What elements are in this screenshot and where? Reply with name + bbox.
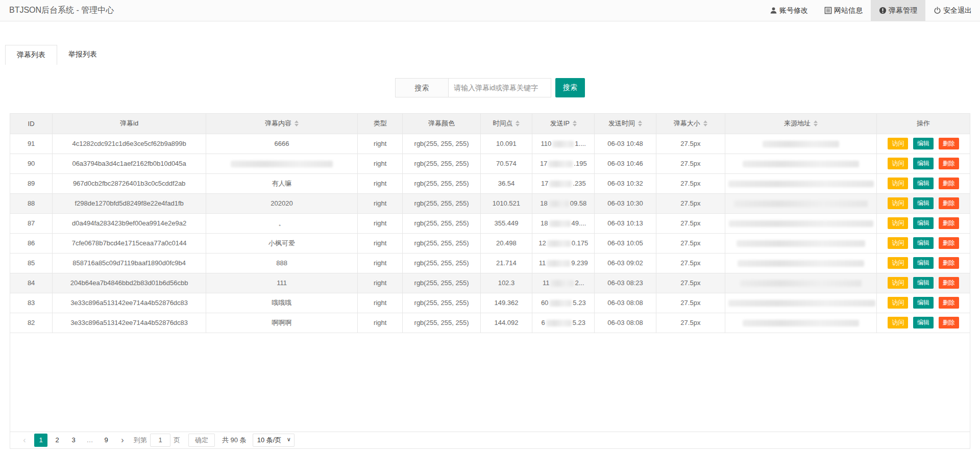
col-content[interactable]: 弹幕内容	[206, 114, 358, 134]
table-row: 83 3e33c896a513142ee714a4b52876dc83 哦哦哦 …	[10, 293, 970, 313]
col-size[interactable]: 弹幕大小	[656, 114, 725, 134]
page-button-3[interactable]: 3	[67, 434, 80, 447]
col-time-point[interactable]: 时间点	[480, 114, 532, 134]
goto-page-input[interactable]	[150, 434, 170, 447]
table-header-row: ID 弹幕id 弹幕内容 类型 弹幕颜色 时间点 发送IP 发送时间 弹幕大小 …	[10, 114, 970, 134]
visit-button[interactable]: 访问	[888, 217, 908, 229]
cell-size: 27.5px	[656, 134, 725, 154]
cell-type: right	[358, 213, 403, 233]
delete-button[interactable]: 删除	[939, 317, 959, 328]
tab-report-list[interactable]: 举报列表	[57, 45, 108, 65]
table-row: 82 3e33c896a513142ee714a4b52876dc83 啊啊啊 …	[10, 313, 970, 333]
sort-icon[interactable]	[814, 120, 818, 127]
edit-button[interactable]: 编辑	[913, 277, 934, 289]
cell-send-ip: 1849....	[532, 213, 595, 233]
cell-actions: 访问 编辑 删除	[877, 273, 970, 293]
redacted-text	[738, 260, 864, 267]
delete-button[interactable]: 删除	[939, 257, 959, 269]
cell-source	[725, 313, 877, 333]
cell-send-time: 06-03 10:46	[595, 154, 656, 173]
visit-button[interactable]: 访问	[888, 257, 908, 269]
sort-icon[interactable]	[573, 120, 577, 127]
edit-button[interactable]: 编辑	[913, 197, 934, 209]
page-button-2[interactable]: 2	[51, 434, 64, 447]
cell-id: 91	[10, 134, 53, 154]
sort-icon[interactable]	[638, 120, 642, 127]
table-row: 87 d0a494fa283423b9ef00ea9914e2e9a2 。 ri…	[10, 213, 970, 233]
delete-button[interactable]: 删除	[939, 277, 959, 289]
search-button[interactable]: 搜索	[555, 78, 585, 97]
redacted-text	[763, 141, 839, 147]
table-row: 88 f298de1270bfd5d8249f8e22e4fad1fb 2020…	[10, 193, 970, 213]
sort-icon[interactable]	[295, 120, 299, 127]
delete-button[interactable]: 删除	[939, 178, 959, 189]
redacted-text	[552, 141, 574, 147]
cell-color: rgb(255, 255, 255)	[403, 233, 480, 253]
cell-content	[206, 154, 358, 173]
cell-source	[725, 134, 877, 154]
delete-button[interactable]: 删除	[939, 158, 959, 169]
visit-button[interactable]: 访问	[888, 158, 908, 169]
edit-button[interactable]: 编辑	[913, 217, 934, 229]
next-page-button[interactable]: ›	[116, 434, 129, 447]
tab-danmu-list[interactable]: 弹幕列表	[5, 45, 57, 65]
sort-icon[interactable]	[703, 120, 707, 127]
cell-send-time: 06-03 10:13	[595, 213, 656, 233]
edit-button[interactable]: 编辑	[913, 178, 934, 189]
prev-page-button[interactable]: ‹	[18, 434, 31, 447]
edit-button[interactable]: 编辑	[913, 297, 934, 309]
sort-icon[interactable]	[516, 120, 520, 127]
page-button-1[interactable]: 1	[34, 434, 47, 447]
col-source[interactable]: 来源地址	[725, 114, 877, 134]
search-input[interactable]	[448, 78, 551, 97]
visit-button[interactable]: 访问	[888, 297, 908, 309]
nav-logout[interactable]: 安全退出	[925, 0, 980, 21]
cell-send-ip: 1809.58	[532, 193, 595, 213]
cell-id: 89	[10, 173, 53, 193]
cell-danmu-id: 3e33c896a513142ee714a4b52876dc83	[53, 293, 206, 313]
visit-button[interactable]: 访问	[888, 237, 908, 249]
nav-site-info[interactable]: 网站信息	[816, 0, 871, 21]
nav-danmu-manage[interactable]: 弹幕管理	[871, 0, 925, 21]
col-color: 弹幕颜色	[403, 114, 480, 134]
redacted-text	[728, 181, 874, 187]
page-size-select[interactable]: 10 条/页	[253, 434, 295, 447]
goto-confirm-button[interactable]: 确定	[188, 434, 215, 447]
cell-send-time: 06-03 08:08	[595, 313, 656, 333]
visit-button[interactable]: 访问	[888, 138, 908, 149]
edit-button[interactable]: 编辑	[913, 257, 934, 269]
visit-button[interactable]: 访问	[888, 277, 908, 289]
cell-actions: 访问 编辑 删除	[877, 213, 970, 233]
visit-button[interactable]: 访问	[888, 178, 908, 189]
edit-button[interactable]: 编辑	[913, 158, 934, 169]
cell-content: 202020	[206, 193, 358, 213]
cell-content: 有人嘛	[206, 173, 358, 193]
cell-time-point: 20.498	[480, 233, 532, 253]
cell-send-time: 06-03 09:02	[595, 253, 656, 273]
cell-type: right	[358, 134, 403, 154]
visit-button[interactable]: 访问	[888, 197, 908, 209]
edit-button[interactable]: 编辑	[913, 237, 934, 249]
col-send-ip[interactable]: 发送IP	[532, 114, 595, 134]
visit-button[interactable]: 访问	[888, 317, 908, 328]
redacted-text	[549, 181, 572, 187]
col-send-time[interactable]: 发送时间	[595, 114, 656, 134]
user-icon	[770, 7, 777, 14]
delete-button[interactable]: 删除	[939, 297, 959, 309]
cell-id: 88	[10, 193, 53, 213]
nav-account-edit[interactable]: 账号修改	[762, 0, 816, 21]
delete-button[interactable]: 删除	[939, 138, 959, 149]
edit-button[interactable]: 编辑	[913, 138, 934, 149]
cell-send-ip: 17.195	[532, 154, 595, 173]
cell-source	[725, 193, 877, 213]
cell-send-time: 06-03 08:08	[595, 293, 656, 313]
page-button-9[interactable]: 9	[100, 434, 113, 447]
cell-id: 84	[10, 273, 53, 293]
cell-color: rgb(255, 255, 255)	[403, 273, 480, 293]
edit-button[interactable]: 编辑	[913, 317, 934, 328]
delete-button[interactable]: 删除	[939, 237, 959, 249]
delete-button[interactable]: 删除	[939, 217, 959, 229]
delete-button[interactable]: 删除	[939, 197, 959, 209]
nav-label: 账号修改	[779, 6, 808, 15]
cell-actions: 访问 编辑 删除	[877, 233, 970, 253]
